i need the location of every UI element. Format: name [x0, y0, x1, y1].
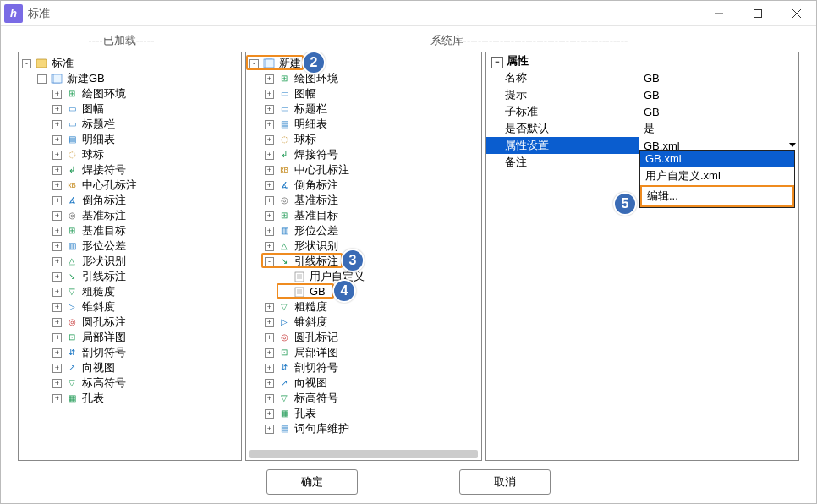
tree-item[interactable]: +◌球标: [20, 147, 239, 162]
expand-icon[interactable]: -: [37, 74, 47, 84]
tree-item[interactable]: -新建2: [248, 56, 480, 71]
tree-item[interactable]: +▷锥斜度: [248, 315, 480, 330]
expand-icon[interactable]: +: [52, 166, 62, 175]
expand-icon[interactable]: +: [52, 348, 62, 358]
tree-item[interactable]: +↲焊接符号: [248, 147, 480, 162]
tree-item[interactable]: 用户自定义: [248, 269, 480, 284]
expand-icon[interactable]: +: [52, 364, 62, 373]
tree-item[interactable]: +⊡局部详图: [248, 345, 480, 360]
expand-icon[interactable]: +: [52, 242, 62, 251]
expand-icon[interactable]: +: [52, 120, 62, 129]
expand-icon[interactable]: +: [265, 242, 274, 251]
tree-item[interactable]: +⊞绘图环境: [248, 71, 480, 86]
tree-item[interactable]: +▽标高符号: [20, 375, 239, 391]
tree-item[interactable]: +кв中心孔标注: [248, 162, 480, 178]
expand-icon[interactable]: +: [52, 318, 62, 327]
expand-icon[interactable]: +: [265, 227, 274, 236]
tree-item[interactable]: +⊞基准目标: [20, 223, 239, 238]
tree-item[interactable]: -标准: [20, 56, 239, 71]
tree-item[interactable]: +▥形位公差: [20, 238, 239, 254]
prop-row[interactable]: 名称GB: [486, 69, 798, 86]
tree-item[interactable]: +◎基准标注: [248, 193, 480, 208]
tree-item[interactable]: +▷锥斜度: [20, 299, 239, 315]
expand-icon[interactable]: +: [265, 303, 274, 312]
expand-icon[interactable]: +: [265, 120, 274, 129]
tree-item[interactable]: +▭标题栏: [20, 117, 239, 132]
tree-item[interactable]: +↘引线标注: [20, 269, 239, 284]
expand-icon[interactable]: +: [52, 227, 62, 236]
scrollbar[interactable]: [249, 450, 478, 458]
expand-icon[interactable]: +: [52, 288, 62, 297]
tree-loaded[interactable]: -标准-新建GB+⊞绘图环境+▭图幅+▭标题栏+▤明细表+◌球标+↲焊接符号+к…: [19, 52, 241, 409]
expand-icon[interactable]: +: [265, 211, 274, 221]
expand-icon[interactable]: +: [265, 166, 274, 175]
dropdown-list[interactable]: GB.xml用户自定义.xml编辑...: [639, 150, 795, 208]
tree-item[interactable]: +▽标高符号: [248, 391, 480, 406]
expand-icon[interactable]: +: [265, 90, 274, 99]
minimize-button[interactable]: [699, 1, 738, 26]
prop-row[interactable]: 子标准GB: [486, 103, 798, 120]
ok-button[interactable]: 确定: [266, 469, 358, 495]
tree-item[interactable]: +▭图幅: [20, 101, 239, 117]
tree-item[interactable]: +△形状识别: [20, 254, 239, 269]
expand-icon[interactable]: +: [265, 409, 274, 419]
expand-icon[interactable]: +: [265, 318, 274, 327]
cancel-button[interactable]: 取消: [459, 469, 551, 495]
tree-item[interactable]: +⇵剖切符号: [20, 345, 239, 360]
dropdown-item[interactable]: GB.xml: [640, 151, 794, 167]
tree-item[interactable]: +▭图幅: [248, 86, 480, 101]
tree-item[interactable]: +↗向视图: [248, 375, 480, 391]
collapse-icon[interactable]: −: [491, 57, 503, 68]
expand-icon[interactable]: +: [52, 303, 62, 312]
expand-icon[interactable]: +: [52, 394, 62, 403]
expand-icon[interactable]: +: [265, 151, 274, 160]
tree-item[interactable]: +▤词句库维护: [248, 421, 480, 436]
close-button[interactable]: [777, 1, 816, 26]
expand-icon[interactable]: +: [52, 105, 62, 114]
tree-item[interactable]: +⇵剖切符号: [248, 360, 480, 375]
tree-item[interactable]: +▦孔表: [248, 406, 480, 421]
expand-icon[interactable]: +: [265, 333, 274, 342]
prop-value[interactable]: 是: [639, 120, 798, 137]
tree-item[interactable]: -↘引线标注3: [248, 254, 480, 269]
expand-icon[interactable]: +: [52, 196, 62, 205]
tree-item[interactable]: +↲焊接符号: [20, 162, 239, 178]
tree-item[interactable]: +⊞基准目标: [248, 208, 480, 223]
expand-icon[interactable]: -: [265, 257, 274, 266]
expand-icon[interactable]: +: [265, 364, 274, 373]
dropdown-item[interactable]: 编辑...: [640, 185, 794, 207]
expand-icon[interactable]: +: [265, 74, 274, 84]
expand-icon[interactable]: +: [52, 379, 62, 388]
tree-item[interactable]: +▽粗糙度: [248, 299, 480, 315]
tree-item[interactable]: GB4: [248, 284, 480, 299]
tree-item[interactable]: +◌球标: [248, 132, 480, 147]
tree-item[interactable]: +◎基准标注: [20, 208, 239, 223]
tree-item[interactable]: +◎圆孔标记: [248, 330, 480, 345]
dropdown-item[interactable]: 用户自定义.xml: [640, 167, 794, 185]
tree-item[interactable]: +◎圆孔标注: [20, 315, 239, 330]
prop-row[interactable]: 是否默认是: [486, 120, 798, 137]
prop-value[interactable]: GB: [639, 69, 798, 86]
maximize-button[interactable]: [738, 1, 777, 26]
tree-item[interactable]: +▥形位公差: [248, 223, 480, 238]
tree-item[interactable]: +△形状识别: [248, 238, 480, 254]
expand-icon[interactable]: +: [52, 333, 62, 342]
tree-item[interactable]: +▤明细表: [248, 117, 480, 132]
expand-icon[interactable]: +: [265, 425, 274, 434]
tree-item[interactable]: +∡倒角标注: [20, 193, 239, 208]
expand-icon[interactable]: +: [265, 394, 274, 403]
expand-icon[interactable]: -: [22, 59, 31, 68]
expand-icon[interactable]: +: [265, 135, 274, 145]
expand-icon[interactable]: +: [52, 135, 62, 145]
expand-icon[interactable]: +: [265, 181, 274, 190]
expand-icon[interactable]: +: [52, 90, 62, 99]
tree-item[interactable]: +↗向视图: [20, 360, 239, 375]
expand-icon[interactable]: +: [265, 196, 274, 205]
tree-item[interactable]: +⊡局部详图: [20, 330, 239, 345]
expand-icon[interactable]: +: [52, 272, 62, 282]
expand-icon[interactable]: +: [52, 151, 62, 160]
tree-item[interactable]: +▤明细表: [20, 132, 239, 147]
expand-icon[interactable]: +: [52, 211, 62, 221]
tree-item[interactable]: +⊞绘图环境: [20, 86, 239, 101]
expand-icon[interactable]: +: [52, 257, 62, 266]
